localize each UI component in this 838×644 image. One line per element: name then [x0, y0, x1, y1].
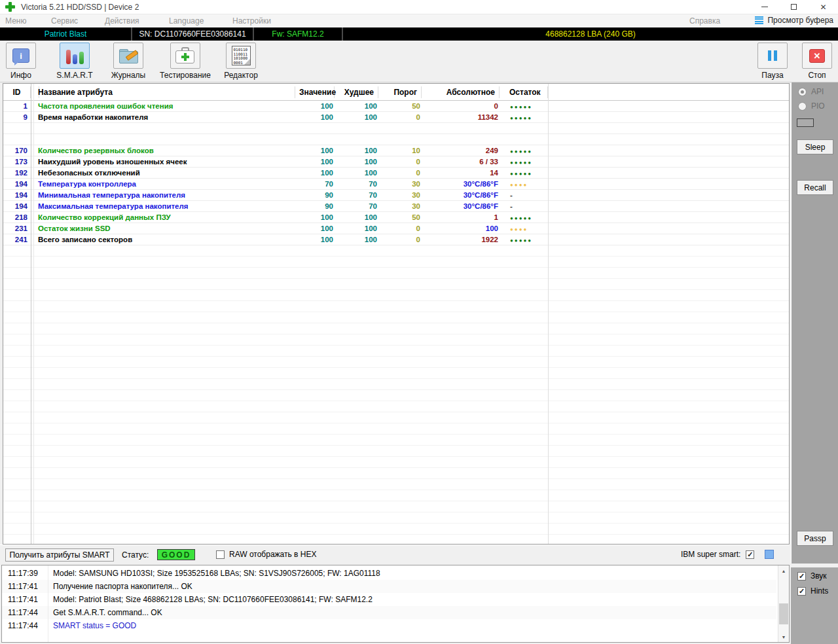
color-swatch[interactable]: [765, 550, 774, 559]
menu-item-menu[interactable]: Меню: [5, 16, 26, 26]
device-model: Patriot Blast: [0, 27, 131, 41]
stop-button[interactable]: ✕ Стоп: [797, 43, 837, 80]
right-sidebar: API PIO Sleep Recall Passp: [791, 82, 838, 564]
table-row[interactable]: 194Максимальная температура накопителя90…: [3, 201, 789, 212]
status-label: Статус:: [122, 550, 149, 560]
empty-table-row: [3, 390, 789, 401]
testing-tab-button[interactable]: Тестирование: [149, 43, 221, 80]
log-entry: 11:17:44Get S.M.A.R.T. command... OK: [2, 606, 776, 619]
pio-radio[interactable]: PIO: [798, 101, 825, 111]
column-header-value[interactable]: Значение: [295, 86, 335, 98]
api-radio[interactable]: API: [798, 87, 824, 96]
raw-hex-checkbox[interactable]: RAW отображать в HEX: [216, 550, 316, 559]
first-aid-icon: [175, 47, 195, 64]
toolbar: i Инфо S.M.A.R.T Журналы Тестирование 01…: [0, 41, 838, 82]
cell-threshold: 0: [378, 224, 422, 232]
cell-threshold: 0: [378, 236, 422, 243]
radio-icon: [798, 88, 807, 96]
cell-value: 90: [295, 191, 335, 199]
folder-pencil-icon: [118, 48, 138, 63]
remain-column-divider: [548, 84, 549, 544]
cell-attribute-name: Максимальная температура накопителя: [34, 202, 295, 210]
menu-item-actions[interactable]: Действия: [105, 16, 139, 26]
sleep-button[interactable]: Sleep: [797, 139, 833, 154]
empty-table-row: [3, 346, 789, 357]
cell-id: 218: [3, 213, 31, 221]
journals-tab-button[interactable]: Журналы: [103, 43, 154, 80]
statusbar: Получить атрибуты SMART Статус: GOOD RAW…: [0, 545, 790, 565]
scrollbar-thumb[interactable]: [779, 603, 788, 624]
scroll-up-icon[interactable]: ▲: [778, 565, 789, 576]
cell-threshold: 50: [378, 213, 422, 221]
hints-label: Hints: [811, 586, 828, 596]
menu-item-language[interactable]: Language: [169, 16, 204, 26]
column-header-name[interactable]: Название атрибута: [34, 86, 295, 98]
column-header-threshold[interactable]: Порог: [378, 86, 422, 98]
minimize-icon: [761, 7, 768, 7]
table-row[interactable]: 241Всего записано секторов10010001922●●●…: [3, 234, 789, 245]
empty-table-row: [3, 379, 789, 390]
close-button[interactable]: ✕: [809, 0, 838, 14]
table-row[interactable]: 218Количество коррекций данных ПЗУ100100…: [3, 212, 789, 223]
stop-label: Стоп: [797, 71, 837, 80]
test-tubes-icon: [66, 47, 84, 64]
cell-remain: ●●●●●: [500, 213, 548, 221]
sound-checkbox[interactable]: Звук: [797, 571, 827, 581]
smart-tab-button[interactable]: S.M.A.R.T: [50, 43, 100, 80]
empty-table-row: [3, 357, 789, 368]
info-tab-label: Инфо: [3, 71, 39, 80]
buffer-view-button[interactable]: Просмотр буфера: [755, 16, 833, 25]
table-row[interactable]: 173Наихудший уровень изношенных ячеек100…: [3, 156, 789, 168]
get-smart-attributes-button[interactable]: Получить атрибуты SMART: [5, 548, 114, 562]
passp-button[interactable]: Passp: [797, 531, 833, 546]
device-info-bar: Patriot Blast SN: DC1107660FEE03086141 F…: [0, 27, 838, 41]
column-header-absolute[interactable]: Абсолютное: [422, 86, 500, 98]
info-icon: i: [12, 48, 29, 63]
cell-worst: 100: [335, 224, 378, 232]
column-header-id[interactable]: ID: [3, 86, 31, 98]
cell-attribute-name: Температура контроллера: [34, 180, 295, 188]
cell-id: 194: [3, 191, 31, 199]
window-title: Victoria 5.21 HDD/SSD | Device 2: [21, 3, 139, 12]
empty-table-row: [3, 245, 789, 257]
checkbox-icon: [216, 550, 225, 559]
activity-indicator: [797, 118, 814, 127]
scroll-down-icon[interactable]: ▼: [778, 632, 789, 642]
table-row[interactable]: 192Небезопасных отключений100100014●●●●●: [3, 168, 789, 179]
log-message: SMART status = GOOD: [48, 621, 136, 630]
column-header-remain[interactable]: Остаток: [500, 86, 548, 98]
hints-checkbox[interactable]: Hints: [797, 586, 828, 596]
column-header-worst[interactable]: Худшее: [335, 86, 378, 98]
menu-item-service[interactable]: Сервис: [51, 16, 78, 26]
log-scrollbar[interactable]: ▲ ▼: [778, 565, 789, 642]
menu-item-help[interactable]: Справка: [689, 16, 720, 26]
cell-remain: ●●●●●: [500, 158, 548, 166]
empty-table-row: [3, 401, 789, 412]
menu-item-settings[interactable]: Настройки: [232, 16, 271, 26]
maximize-button[interactable]: [779, 0, 809, 14]
ibm-super-smart-checkbox[interactable]: [746, 550, 754, 559]
editor-tab-button[interactable]: 0101101100111010000001 Редактор: [219, 43, 263, 80]
cell-id: 170: [3, 147, 31, 154]
remain-dots-icon: ●●●●●: [510, 160, 532, 166]
cell-value: 100: [295, 236, 335, 243]
cell-id: 241: [3, 236, 31, 243]
table-row[interactable]: 170Количество резервных блоков1001001024…: [3, 145, 789, 156]
table-row[interactable]: 194Минимальная температура накопителя907…: [3, 190, 789, 201]
cell-attribute-name: Остаток жизни SSD: [34, 224, 295, 232]
cell-attribute-name: Небезопасных отключений: [34, 169, 295, 177]
table-row[interactable]: 9Время наработки накопителя100100011342●…: [3, 112, 789, 123]
table-row[interactable]: 194Температура контроллера70703030°C/86°…: [3, 179, 789, 190]
maximize-icon: [791, 4, 797, 10]
pause-button[interactable]: Пауза: [753, 43, 792, 80]
info-tab-button[interactable]: i Инфо: [3, 43, 39, 80]
table-row[interactable]: 231Остаток жизни SSD1001000100●●●●: [3, 223, 789, 234]
raw-hex-label: RAW отображать в HEX: [229, 550, 316, 559]
recall-button[interactable]: Recall: [797, 180, 833, 195]
cell-remain: -: [500, 202, 548, 210]
cell-id: 9: [3, 113, 31, 121]
remain-dots-icon: ●●●●●: [510, 115, 532, 121]
cell-worst: 100: [335, 147, 378, 154]
table-row[interactable]: 1Частота проявления ошибок чтения1001005…: [3, 101, 789, 112]
minimize-button[interactable]: [750, 0, 779, 14]
